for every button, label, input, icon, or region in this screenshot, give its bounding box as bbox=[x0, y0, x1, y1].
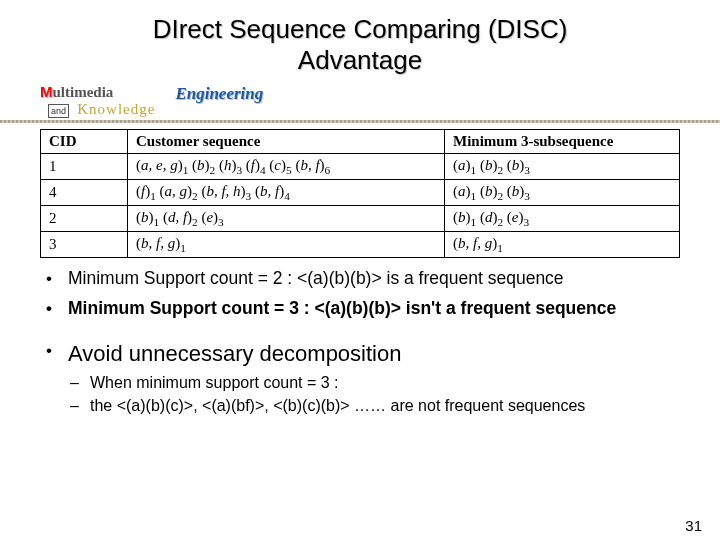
letterhead: Multimedia and Knowledge Engineering bbox=[40, 84, 680, 116]
word-engineering: Engineering bbox=[175, 84, 263, 104]
table-row: 2 (b)1 (d, f)2 (e)3 (b)1 (d)2 (e)3 bbox=[41, 206, 680, 232]
cell-cid: 3 bbox=[41, 232, 128, 258]
page-number: 31 bbox=[685, 517, 702, 534]
word-multimedia: Multimedia bbox=[40, 84, 155, 101]
cell-seq: (b, f, g)1 bbox=[128, 232, 445, 258]
sub-bullet-examples: the <(a)(b)(c)>, <(a)(bf)>, <(b)(c)(b)> … bbox=[40, 396, 680, 417]
bullet-support-3: Minimum Support count = 3 : <(a)(b)(b)> … bbox=[40, 298, 680, 320]
cell-min: (b)1 (d)2 (e)3 bbox=[445, 206, 680, 232]
table-body: 1 (a, e, g)1 (b)2 (h)3 (f)4 (c)5 (b, f)6… bbox=[41, 154, 680, 258]
divider bbox=[0, 120, 720, 123]
cell-seq: (a, e, g)1 (b)2 (h)3 (f)4 (c)5 (b, f)6 bbox=[128, 154, 445, 180]
th-cid: CID bbox=[41, 130, 128, 154]
th-min: Minimum 3-subsequence bbox=[445, 130, 680, 154]
th-seq: Customer sequence bbox=[128, 130, 445, 154]
cell-cid: 4 bbox=[41, 180, 128, 206]
cell-min: (a)1 (b)2 (b)3 bbox=[445, 154, 680, 180]
cell-cid: 1 bbox=[41, 154, 128, 180]
cell-min: (b, f, g)1 bbox=[445, 232, 680, 258]
cell-seq: (b)1 (d, f)2 (e)3 bbox=[128, 206, 445, 232]
slide-subtitle: Advantage bbox=[40, 45, 680, 76]
table-header-row: CID Customer sequence Minimum 3-subseque… bbox=[41, 130, 680, 154]
sub-bullet-when: When minimum support count = 3 : bbox=[40, 373, 680, 394]
cell-cid: 2 bbox=[41, 206, 128, 232]
slide: DIrect Sequence Comparing (DISC) Advanta… bbox=[0, 0, 720, 540]
letterhead-left: Multimedia and Knowledge bbox=[40, 84, 155, 117]
table-row: 4 (f)1 (a, g)2 (b, f, h)3 (b, f)4 (a)1 (… bbox=[41, 180, 680, 206]
table-row: 3 (b, f, g)1 (b, f, g)1 bbox=[41, 232, 680, 258]
bullet-avoid-decomp: Avoid unnecessary decomposition bbox=[40, 340, 680, 368]
cell-min: (a)1 (b)2 (b)3 bbox=[445, 180, 680, 206]
sub-bullet-list: When minimum support count = 3 : the <(a… bbox=[40, 373, 680, 417]
bullet-support-2: Minimum Support count = 2 : <(a)(b)(b)> … bbox=[40, 268, 680, 290]
slide-title: DIrect Sequence Comparing (DISC) bbox=[40, 14, 680, 45]
word-knowledge-row: and Knowledge bbox=[40, 101, 155, 118]
sequence-table: CID Customer sequence Minimum 3-subseque… bbox=[40, 129, 680, 258]
table-row: 1 (a, e, g)1 (b)2 (h)3 (f)4 (c)5 (b, f)6… bbox=[41, 154, 680, 180]
bullet-list: Minimum Support count = 2 : <(a)(b)(b)> … bbox=[40, 268, 680, 367]
cell-seq: (f)1 (a, g)2 (b, f, h)3 (b, f)4 bbox=[128, 180, 445, 206]
and-box: and bbox=[48, 104, 69, 118]
